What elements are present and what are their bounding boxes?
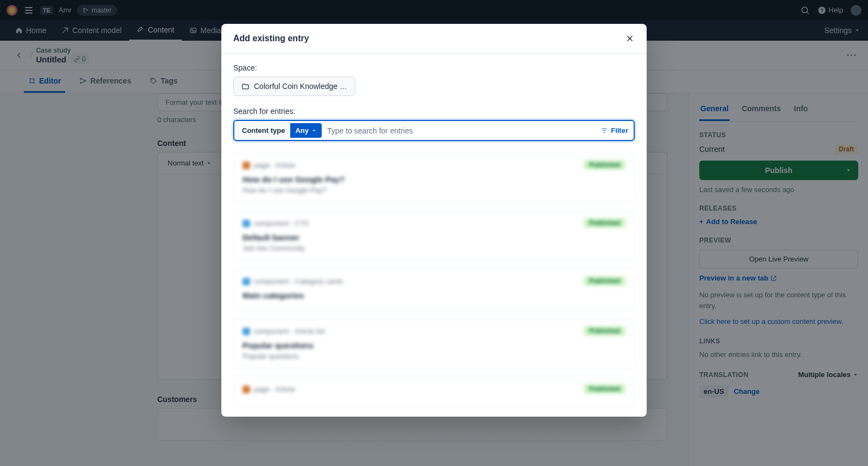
result-card[interactable]: component - Article listPublishedPopular… [233, 319, 635, 368]
content-type-label: component - Category cards [254, 277, 343, 285]
card-meta: component - Category cards [242, 277, 626, 285]
search-input[interactable] [327, 124, 595, 137]
card-subtitle: Popular questions [242, 352, 626, 360]
add-existing-entry-modal: Add existing entry Space: Colorful Coin … [221, 24, 647, 417]
filter-icon [601, 127, 608, 135]
result-card[interactable]: page - ArticlePublishedHow do I use Goog… [233, 153, 635, 202]
modal-header: Add existing entry [221, 24, 647, 54]
filter-button[interactable]: Filter [601, 126, 628, 135]
card-meta: page - Article [242, 161, 626, 169]
content-type-icon [242, 162, 250, 169]
status-badge: Published [584, 276, 626, 286]
results-list: page - ArticlePublishedHow do I use Goog… [233, 153, 635, 407]
search-bar: Content type Any Filter [233, 120, 635, 141]
content-type-icon [242, 278, 250, 285]
result-card[interactable]: page - ArticlePublished [233, 377, 635, 407]
content-type-icon [242, 386, 250, 393]
result-card[interactable]: component - CTAPublishedDefault bannerJo… [233, 211, 635, 260]
modal-body: Space: Colorful Coin Knowledge … Search … [221, 54, 647, 417]
ct-filter-label: Content type [237, 123, 290, 138]
modal-overlay: Add existing entry Space: Colorful Coin … [0, 0, 868, 466]
space-selector[interactable]: Colorful Coin Knowledge … [233, 76, 355, 96]
space-label: Space: [233, 63, 635, 72]
filter-label: Filter [611, 126, 628, 135]
content-type-label: page - Article [254, 385, 295, 393]
card-title: Default banner [242, 233, 626, 242]
content-type-filter[interactable]: Content type Any [237, 123, 322, 138]
status-badge: Published [584, 326, 626, 336]
card-subtitle: How do I use Google Pay? [242, 186, 626, 194]
folder-icon [241, 82, 250, 91]
result-card[interactable]: component - Category cardsPublishedMain … [233, 269, 635, 310]
content-type-label: component - Article list [254, 327, 325, 335]
content-type-icon [242, 328, 250, 335]
close-icon[interactable] [625, 34, 635, 43]
card-subtitle: Join the Community [242, 244, 626, 252]
status-badge: Published [584, 160, 626, 170]
content-type-label: page - Article [254, 161, 295, 169]
card-meta: component - Article list [242, 327, 626, 335]
content-type-label: component - CTA [254, 219, 309, 227]
modal-title: Add existing entry [233, 34, 309, 43]
card-title: Main categories [242, 291, 626, 300]
card-title: How do I use Google Pay? [242, 175, 626, 184]
space-name: Colorful Coin Knowledge … [254, 82, 347, 91]
status-badge: Published [584, 218, 626, 228]
content-type-icon [242, 220, 250, 227]
ct-filter-value-text: Any [295, 126, 309, 135]
ct-filter-value[interactable]: Any [290, 123, 322, 138]
card-meta: component - CTA [242, 219, 626, 227]
card-meta: page - Article [242, 385, 626, 393]
chevron-down-icon [311, 128, 317, 133]
card-title: Popular questions [242, 341, 626, 350]
status-badge: Published [584, 384, 626, 394]
search-label: Search for entries: [233, 107, 635, 116]
